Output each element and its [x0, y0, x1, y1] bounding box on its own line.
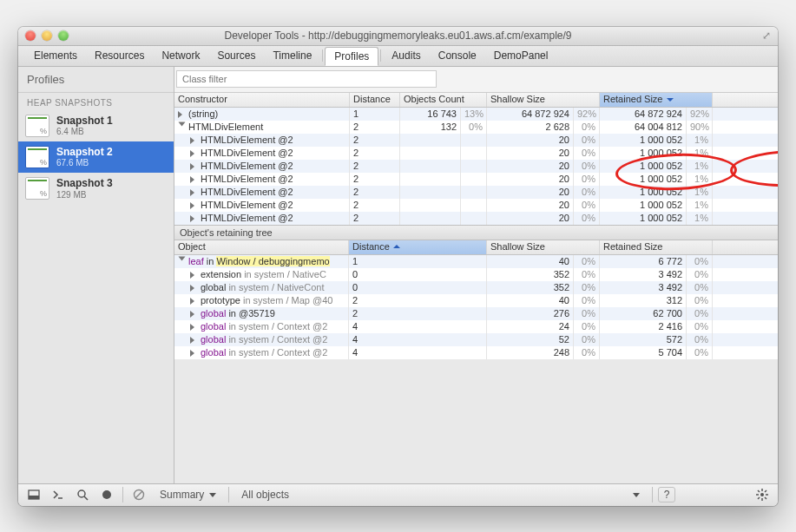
sort-asc-icon [393, 245, 400, 248]
titlebar: Developer Tools - http://debuggingmemory… [18, 27, 778, 46]
header-shallow[interactable]: Shallow Size [487, 93, 600, 107]
rheader-shallow[interactable]: Shallow Size [487, 240, 600, 254]
snapshot-name: Snapshot 3 [56, 177, 113, 189]
retaining-row[interactable]: extension in system / NativeC 0 3520% 3 … [174, 268, 778, 281]
disclosure-icon[interactable] [190, 150, 198, 157]
disclosure-icon[interactable] [190, 189, 198, 196]
chevron-down-icon [209, 493, 216, 501]
summary-grid: Constructor Distance Objects Count Shall… [174, 93, 778, 225]
retaining-tree-title: Object's retaining tree [174, 225, 778, 240]
panel-tabs: Elements Resources Network Sources Timel… [18, 46, 778, 67]
retaining-row[interactable]: leaf in Window / debuggingmemo 1 400% 6 … [174, 255, 778, 268]
help-button[interactable]: ? [658, 487, 675, 502]
disclosure-icon[interactable] [190, 272, 198, 279]
svg-point-8 [760, 493, 764, 496]
svg-line-14 [765, 497, 766, 499]
tab-demopanel[interactable]: DemoPanel [485, 47, 557, 64]
sort-desc-icon [667, 98, 674, 105]
rheader-distance[interactable]: Distance [349, 240, 487, 254]
minimize-icon[interactable] [42, 30, 52, 41]
window-title: Developer Tools - http://debuggingmemory… [18, 30, 778, 42]
tab-network[interactable]: Network [153, 47, 208, 64]
grid-row[interactable]: HTMLDivElement @2 2 200% 1 000 0521% [174, 134, 778, 147]
grid-row[interactable]: HTMLDivElement @2 2 200% 1 000 0521% [174, 186, 778, 199]
expand-icon[interactable]: ⤢ [762, 30, 771, 42]
disclosure-icon[interactable] [179, 256, 186, 264]
snapshot-icon [25, 146, 49, 168]
tab-audits[interactable]: Audits [383, 47, 429, 64]
disclosure-icon[interactable] [179, 122, 186, 129]
tab-resources[interactable]: Resources [86, 47, 153, 64]
grid-row[interactable]: HTMLDivElement @2 2 200% 1 000 0521% [174, 147, 778, 160]
retaining-row[interactable]: global in system / Context @2 4 240% 2 4… [174, 320, 778, 333]
retaining-row[interactable]: global in system / Context @2 4 520% 572… [174, 333, 778, 346]
disclosure-icon[interactable] [190, 163, 198, 170]
disclosure-icon[interactable] [190, 350, 198, 357]
search-icon[interactable] [72, 487, 93, 502]
svg-rect-1 [29, 496, 39, 499]
retaining-row[interactable]: global in system / NativeCont 0 3520% 3 … [174, 281, 778, 294]
snapshot-item[interactable]: Snapshot 3 129 MB [18, 173, 174, 204]
filter-select[interactable]: All objects [234, 489, 647, 501]
retaining-row[interactable]: global in system / Context @2 4 2480% 5 … [174, 346, 778, 359]
grid-row[interactable]: HTMLDivElement 2 1320% 2 6280% 64 004 81… [174, 121, 778, 134]
snapshot-item[interactable]: Snapshot 1 6.4 MB [18, 110, 174, 141]
grid-row[interactable]: HTMLDivElement @2 2 200% 1 000 0521% [174, 160, 778, 173]
tab-elements[interactable]: Elements [25, 47, 86, 64]
header-constructor[interactable]: Constructor [174, 93, 350, 107]
sidebar-section: HEAP SNAPSHOTS [18, 93, 174, 110]
statusbar: Summary All objects ? [18, 483, 778, 506]
rheader-object[interactable]: Object [174, 240, 349, 254]
tab-console[interactable]: Console [430, 47, 485, 64]
tab-sources[interactable]: Sources [208, 47, 264, 64]
view-select[interactable]: Summary [153, 489, 223, 501]
header-count[interactable]: Objects Count [400, 93, 487, 107]
sidebar: Profiles HEAP SNAPSHOTS Snapshot 1 6.4 M… [18, 67, 174, 483]
clear-icon[interactable] [128, 487, 149, 502]
disclosure-icon[interactable] [190, 202, 198, 209]
snapshot-name: Snapshot 2 [56, 146, 113, 158]
svg-line-16 [758, 497, 760, 499]
disclosure-icon[interactable] [190, 298, 198, 305]
zoom-icon[interactable] [58, 30, 69, 41]
svg-line-15 [765, 490, 766, 492]
disclosure-icon[interactable] [178, 111, 186, 118]
dock-icon[interactable] [23, 487, 44, 502]
tab-profiles[interactable]: Profiles [325, 47, 378, 66]
rheader-retained[interactable]: Retained Size [600, 240, 713, 254]
retaining-row[interactable]: prototype in system / Map @40 2 400% 312… [174, 294, 778, 307]
main-panel: Constructor Distance Objects Count Shall… [174, 67, 778, 483]
grid-row[interactable]: HTMLDivElement @2 2 200% 1 000 0521% [174, 199, 778, 212]
close-icon[interactable] [25, 30, 36, 41]
svg-line-13 [758, 490, 760, 492]
disclosure-icon[interactable] [190, 176, 198, 183]
disclosure-icon[interactable] [190, 285, 198, 292]
disclosure-icon[interactable] [190, 324, 198, 331]
record-icon[interactable] [96, 487, 117, 502]
devtools-window: Developer Tools - http://debuggingmemory… [18, 27, 778, 506]
disclosure-icon[interactable] [190, 137, 198, 144]
snapshot-item[interactable]: Snapshot 2 67.6 MB [18, 141, 174, 173]
svg-point-3 [78, 490, 85, 497]
class-filter-input[interactable] [176, 70, 437, 88]
header-retained[interactable]: Retained Size [600, 93, 713, 107]
tab-timeline[interactable]: Timeline [264, 47, 320, 64]
header-distance[interactable]: Distance [350, 93, 400, 107]
svg-line-7 [135, 491, 142, 498]
settings-gear-icon[interactable] [752, 487, 773, 502]
console-icon[interactable] [48, 487, 69, 502]
grid-row[interactable]: (string) 1 16 74313% 64 872 92492% 64 87… [174, 108, 778, 121]
sidebar-title: Profiles [18, 67, 174, 93]
disclosure-icon[interactable] [190, 337, 198, 344]
snapshot-icon [25, 115, 49, 137]
disclosure-icon[interactable] [190, 215, 198, 222]
snapshot-size: 6.4 MB [56, 127, 113, 137]
disclosure-icon[interactable] [190, 311, 198, 318]
grid-row[interactable]: HTMLDivElement @2 2 200% 1 000 0521% [174, 212, 778, 225]
grid-row[interactable]: HTMLDivElement @2 2 200% 1 000 0521% [174, 173, 778, 186]
grid-header: Constructor Distance Objects Count Shall… [174, 93, 778, 108]
filter-row [174, 67, 778, 93]
snapshot-name: Snapshot 1 [56, 115, 113, 127]
retaining-row[interactable]: global in @35719 2 2760% 62 7000% [174, 307, 778, 320]
snapshot-icon [25, 177, 49, 200]
